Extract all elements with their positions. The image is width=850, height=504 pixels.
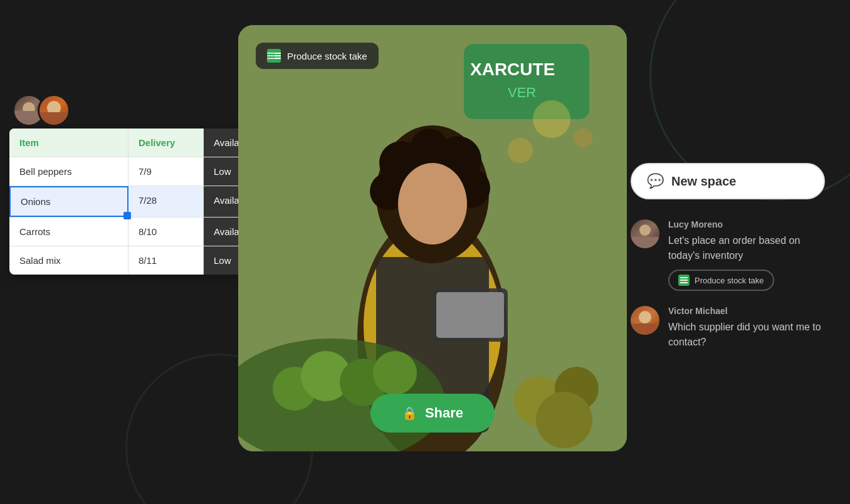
lucy-avatar bbox=[631, 219, 659, 248]
chat-text-victor: Which supplier did you want me to contac… bbox=[668, 320, 825, 350]
attached-sheet-icon bbox=[678, 275, 690, 286]
svg-point-12 bbox=[411, 129, 448, 166]
svg-rect-29 bbox=[267, 58, 275, 59]
svg-point-23 bbox=[536, 392, 592, 448]
table-row[interactable]: Salad mix 8/11 Low bbox=[9, 246, 254, 275]
store-background-image: XARCUTE VER bbox=[238, 25, 627, 451]
background-svg: XARCUTE VER bbox=[238, 25, 627, 451]
chat-message-victor: Victor Michael Which supplier did you wa… bbox=[631, 306, 825, 356]
svg-rect-1 bbox=[464, 44, 589, 119]
svg-point-13 bbox=[398, 163, 467, 244]
cell-item: Salad mix bbox=[9, 246, 129, 275]
svg-point-26 bbox=[574, 129, 592, 147]
table-row[interactable]: Bell peppers 7/9 Low bbox=[9, 157, 254, 186]
user-avatars bbox=[13, 94, 70, 127]
chat-content-lucy: Lucy Moreno Let's place an order based o… bbox=[668, 219, 825, 291]
svg-rect-30 bbox=[680, 277, 688, 278]
table-row[interactable]: Carrots 8/10 Available bbox=[9, 217, 254, 246]
attached-sheet-label: Produce stock take bbox=[695, 276, 764, 285]
chat-sender-lucy: Lucy Moreno bbox=[668, 219, 825, 229]
new-space-label: New space bbox=[671, 174, 736, 189]
cell-delivery: 7/9 bbox=[129, 157, 204, 186]
share-button[interactable]: 🔒 Share bbox=[370, 394, 495, 433]
victor-avatar bbox=[631, 306, 659, 335]
svg-point-24 bbox=[533, 100, 570, 138]
chat-content-victor: Victor Michael Which supplier did you wa… bbox=[668, 306, 825, 356]
produce-title: Produce stock take bbox=[287, 51, 367, 61]
produce-header: Produce stock take bbox=[256, 43, 379, 69]
svg-point-25 bbox=[508, 138, 533, 163]
sheets-icon bbox=[267, 49, 281, 63]
chat-sender-victor: Victor Michael bbox=[668, 306, 825, 316]
column-header-item: Item bbox=[9, 129, 129, 157]
chat-panel: 💬 New space Lucy Moreno Let's place an o… bbox=[631, 163, 825, 356]
svg-text:VER: VER bbox=[508, 85, 536, 100]
resize-handle[interactable] bbox=[123, 212, 131, 219]
chat-text-lucy: Let's place an order based on today's in… bbox=[668, 233, 825, 263]
cell-delivery: 7/28 bbox=[129, 186, 204, 217]
cell-delivery: 8/11 bbox=[129, 246, 204, 275]
cell-item: Bell peppers bbox=[9, 157, 129, 186]
cell-item-selected: Onions bbox=[9, 186, 129, 217]
cell-item-text: Onions bbox=[21, 196, 51, 207]
table-header: Item Delivery Availability bbox=[9, 129, 254, 157]
svg-rect-15 bbox=[436, 292, 504, 338]
svg-rect-27 bbox=[267, 53, 275, 54]
svg-rect-32 bbox=[680, 282, 688, 283]
attached-sheet-chip[interactable]: Produce stock take bbox=[668, 270, 774, 291]
avatar-user-2 bbox=[38, 94, 70, 127]
chat-message-lucy: Lucy Moreno Let's place an order based o… bbox=[631, 219, 825, 291]
share-label: Share bbox=[425, 405, 463, 421]
new-space-button[interactable]: 💬 New space bbox=[631, 163, 825, 199]
table-row-selected[interactable]: Onions 7/28 Available bbox=[9, 186, 254, 217]
chat-bubble-icon: 💬 bbox=[647, 173, 664, 189]
svg-point-20 bbox=[373, 351, 417, 395]
svg-rect-31 bbox=[680, 280, 688, 281]
svg-text:XARCUTE: XARCUTE bbox=[470, 60, 555, 79]
cell-item: Carrots bbox=[9, 218, 129, 246]
spreadsheet-table: Item Delivery Availability Bell peppers … bbox=[9, 129, 254, 275]
svg-rect-28 bbox=[267, 55, 275, 56]
cell-delivery: 8/10 bbox=[129, 218, 204, 246]
column-header-delivery: Delivery bbox=[129, 129, 204, 157]
main-photo-card: XARCUTE VER bbox=[238, 25, 627, 451]
lock-icon: 🔒 bbox=[402, 406, 417, 421]
